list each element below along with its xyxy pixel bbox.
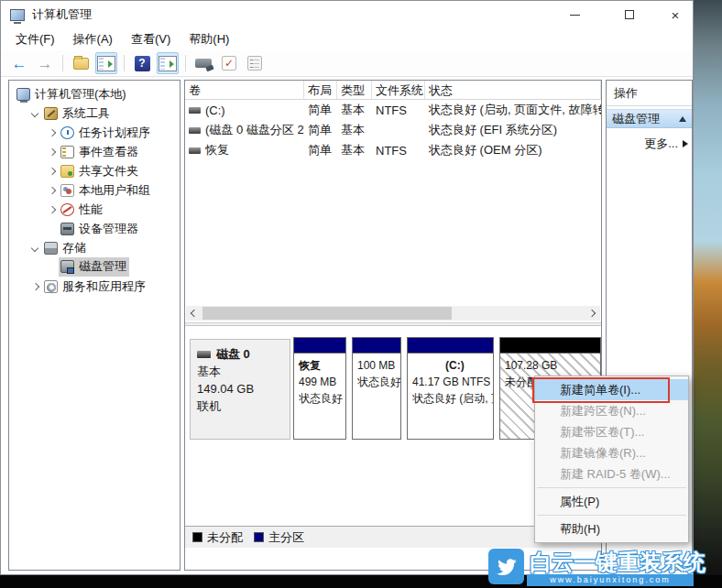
tree-item-task-scheduler[interactable]: 任务计划程序 [9, 123, 180, 142]
volume-status: 状态良好 (启动, 页面文件, 故障转储 [425, 102, 601, 118]
system-tools-icon [44, 107, 58, 120]
menu-item-properties[interactable]: 属性(P) [535, 491, 688, 512]
folder-icon [73, 58, 89, 70]
disk-name: 磁盘 0 [216, 345, 250, 363]
partition-status: 状态良好 [299, 390, 341, 407]
toolbar-separator [124, 55, 125, 71]
more-actions[interactable]: 更多... [607, 135, 692, 153]
back-button[interactable]: ← [8, 52, 30, 74]
tree-item-disk-management[interactable]: 磁盘管理 [9, 257, 180, 277]
menu-item-new-simple-volume[interactable]: 新建简单卷(I)... [535, 379, 688, 400]
minimize-button[interactable] [554, 1, 595, 28]
chevron-down-icon[interactable] [29, 242, 42, 255]
column-header-volume[interactable]: 卷 [185, 81, 304, 99]
chevron-right-icon[interactable] [46, 184, 59, 197]
menu-action[interactable]: 操作(A) [64, 28, 122, 50]
tree-label: 本地用户和组 [79, 182, 150, 199]
scroll-right-button[interactable] [585, 306, 600, 321]
scrollbar-thumb[interactable] [202, 307, 452, 320]
menu-file[interactable]: 文件(F) [6, 28, 64, 50]
tree-item-device-manager[interactable]: 设备管理器 [9, 219, 180, 238]
window-title: 计算机管理 [32, 6, 92, 23]
disk0-label[interactable]: 磁盘 0 基本 149.04 GB 联机 [190, 339, 290, 440]
tree-item-local-users-groups[interactable]: 本地用户和组 [9, 180, 180, 200]
table-row[interactable]: 恢复 简单 基本 NTFS 状态良好 (OEM 分区) [185, 140, 601, 160]
tree-label: 服务和应用程序 [62, 278, 146, 295]
scroll-left-button[interactable] [186, 306, 201, 321]
collapse-icon[interactable] [679, 116, 686, 122]
tree-label: 任务计划程序 [79, 125, 150, 141]
refresh-check-button[interactable]: ✓ [218, 52, 240, 74]
volume-type: 基本 [337, 142, 372, 158]
unallocated-band [500, 338, 600, 354]
forward-arrow-icon: → [38, 56, 53, 71]
tree-item-computer-management[interactable]: 计算机管理(本地) [9, 84, 180, 103]
close-button[interactable]: × [655, 1, 695, 28]
table-row[interactable]: (磁盘 0 磁盘分区 2) 简单 基本 状态良好 (EFI 系统分区) [185, 120, 601, 140]
volume-type: 基本 [337, 122, 372, 138]
primary-partition-band [408, 338, 493, 354]
volume-icon [189, 107, 201, 114]
volume-icon [189, 127, 201, 134]
disk-icon [197, 351, 211, 358]
legend-label: 主分区 [268, 529, 304, 546]
column-header-layout[interactable]: 布局 [304, 81, 337, 99]
open-button[interactable] [70, 52, 92, 74]
primary-partition-band [353, 338, 400, 354]
volume-status: 状态良好 (EFI 系统分区) [425, 122, 601, 138]
computer-icon [16, 88, 30, 101]
column-header-status[interactable]: 状态 [425, 81, 601, 99]
menu-item-new-mirrored-volume: 新建镜像卷(R)... [535, 442, 688, 463]
tree-item-services-applications[interactable]: 服务和应用程序 [9, 277, 180, 296]
volume-name: 恢复 [205, 142, 229, 158]
menu-help[interactable]: 帮助(H) [180, 28, 238, 50]
horizontal-scrollbar[interactable] [186, 306, 600, 321]
tree-item-performance[interactable]: 性能 [9, 200, 180, 219]
chevron-right-icon[interactable] [46, 203, 59, 216]
storage-icon [44, 242, 58, 255]
table-row[interactable]: (C:) 简单 基本 NTFS 状态良好 (启动, 页面文件, 故障转储 [185, 100, 601, 120]
chevron-right-icon[interactable] [29, 280, 42, 293]
show-action-pane-button[interactable] [157, 52, 179, 74]
show-console-tree-button[interactable] [95, 52, 117, 74]
tree-label: 磁盘管理 [79, 258, 126, 275]
volume-name: (磁盘 0 磁盘分区 2) [205, 122, 304, 138]
actions-group-disk-management[interactable]: 磁盘管理 [607, 109, 692, 128]
chevron-right-icon[interactable] [46, 146, 59, 158]
legend-label: 未分配 [207, 529, 243, 546]
chevron-down-icon[interactable] [29, 107, 42, 120]
legend-unallocated: 未分配 [192, 529, 243, 546]
scrollbar-track[interactable] [201, 306, 585, 321]
tree-item-system-tools[interactable]: 系统工具 [9, 103, 180, 123]
partition-efi[interactable]: 100 MB 状态良好 [352, 337, 401, 440]
menu-item-help[interactable]: 帮助(H) [535, 518, 688, 539]
tree-item-event-viewer[interactable]: 事件查看器 [9, 142, 180, 161]
primary-partition-swatch [254, 532, 264, 542]
chevron-right-icon[interactable] [46, 126, 59, 139]
maximize-button[interactable] [609, 1, 650, 28]
partition-c[interactable]: (C:) 41.17 GB NTFS 状态良好 (启动, 页面文件, 故障转储) [407, 337, 494, 440]
menubar: 文件(F) 操作(A) 查看(V) 帮助(H) [1, 28, 693, 50]
tree-item-storage[interactable]: 存储 [9, 238, 180, 257]
tree-item-shared-folders[interactable]: 共享文件夹 [9, 161, 180, 180]
console-tree-pane: 计算机管理(本地) 系统工具 任务计划程序 事件查看器 共享文件夹 [8, 80, 180, 571]
menu-view[interactable]: 查看(V) [122, 28, 180, 50]
forward-button[interactable]: → [34, 52, 56, 74]
properties-list-button[interactable] [244, 52, 266, 74]
column-header-type[interactable]: 类型 [337, 81, 372, 99]
help-button[interactable]: ? [131, 52, 153, 74]
chevron-right-icon[interactable] [46, 165, 59, 178]
partition-recovery[interactable]: 恢复 499 MB 状态良好 [293, 337, 346, 440]
toolbar: ← → ? ✓ [1, 50, 693, 77]
back-arrow-icon: ← [12, 56, 27, 71]
device-manager-icon [60, 223, 74, 235]
volume-layout: 简单 [304, 142, 337, 158]
tree-label: 存储 [62, 240, 86, 256]
disk-snapin-button[interactable] [192, 52, 214, 74]
menu-item-new-striped-volume: 新建带区卷(T)... [535, 421, 688, 442]
column-header-filesystem[interactable]: 文件系统 [372, 81, 425, 99]
volume-name: (C:) [205, 103, 225, 117]
partition-size: 499 MB [299, 374, 341, 390]
screen: 计算机管理 × 文件(F) 操作(A) 查看(V) 帮助(H) ← → ? ✓ [0, 0, 722, 588]
services-icon [44, 280, 58, 293]
